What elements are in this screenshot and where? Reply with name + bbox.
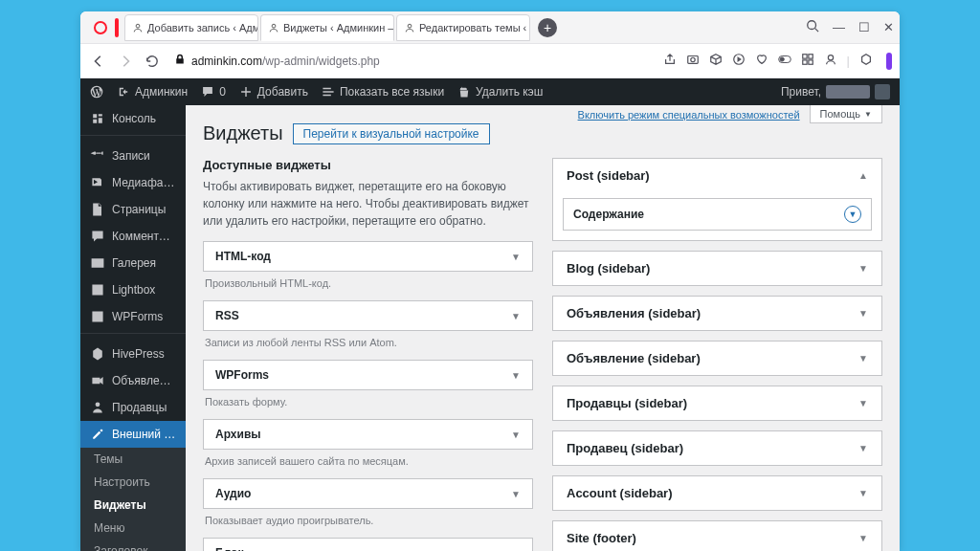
profile-link[interactable]: Привет,xxx	[781, 84, 890, 99]
back-icon[interactable]	[88, 51, 109, 72]
forward-icon[interactable]	[115, 51, 136, 72]
available-widget[interactable]: Блок▼	[203, 538, 533, 551]
search-icon[interactable]	[806, 19, 819, 35]
comments-link[interactable]: 0	[201, 85, 226, 99]
svg-rect-11	[802, 60, 806, 64]
submenu-item[interactable]: Меню	[80, 517, 186, 540]
svg-point-5	[690, 57, 694, 61]
widget-area: Account (sidebar)▼	[552, 475, 882, 511]
browser-tab[interactable]: Добавить запись ‹ Адми	[124, 14, 258, 41]
area-name: Объявление (sidebar)	[567, 351, 701, 365]
opera-icon[interactable]	[94, 21, 107, 34]
area-name: Объявления (sidebar)	[567, 306, 701, 320]
accessibility-link[interactable]: Включить режим специальных возможностей	[578, 109, 800, 121]
sidebar-item-label: Внешний вид	[112, 428, 176, 441]
widget-area-header[interactable]: Site (footer)▼	[553, 521, 881, 551]
widget-area: Post (sidebar)▲Содержание▼	[552, 158, 882, 241]
sidebar-item-gallery[interactable]: Галерея	[80, 250, 186, 276]
widget-area: Объявление (sidebar)▼	[552, 341, 882, 376]
widget-name: HTML-код	[215, 250, 271, 263]
submenu-item[interactable]: Виджеты	[80, 494, 186, 517]
available-widget[interactable]: HTML-код▼	[203, 241, 533, 272]
widget-area-header[interactable]: Продавцы (sidebar)▼	[553, 386, 881, 420]
widget-area: Site (footer)▼	[552, 520, 882, 551]
browser-window: Добавить запись ‹ Адми Виджеты ‹ Админки…	[80, 11, 900, 551]
reload-icon[interactable]	[142, 51, 163, 72]
sidebar-toggle[interactable]	[115, 18, 119, 37]
chevron-down-icon: ▼	[511, 252, 521, 262]
widget-area-header[interactable]: Blog (sidebar)▼	[553, 252, 881, 285]
sidebar-item-lightbox[interactable]: Lightbox	[80, 276, 186, 303]
person-icon	[269, 23, 278, 33]
sidebar-item-label: Медиафайлы	[112, 176, 176, 189]
widget-area-header[interactable]: Account (sidebar)▼	[553, 476, 881, 510]
close-icon[interactable]: ✕	[883, 20, 894, 34]
help-tab[interactable]: Помощь▼	[810, 105, 882, 123]
widget-name: Архивы	[215, 428, 261, 441]
widget-areas-column: Post (sidebar)▲Содержание▼Blog (sidebar)…	[552, 158, 882, 551]
available-widget[interactable]: RSS▼	[203, 300, 533, 331]
content-area: Включить режим специальных возможностей …	[186, 105, 900, 551]
cache-link[interactable]: Удалить кэш	[457, 85, 543, 99]
placed-widget[interactable]: Содержание▼	[563, 198, 872, 231]
submenu-item[interactable]: Заголовок	[80, 540, 186, 551]
share-icon[interactable]	[663, 53, 677, 69]
available-widget[interactable]: WPForms▼	[203, 360, 533, 390]
sidebar-item-page[interactable]: Страницы	[80, 196, 186, 223]
sidebar-item-ads[interactable]: Объявления	[80, 367, 186, 394]
url-field[interactable]: adminkin.com/wp-admin/widgets.php	[168, 49, 657, 74]
minimize-icon[interactable]: —	[833, 20, 845, 34]
submenu-item[interactable]: Настроить	[80, 471, 186, 494]
sidebar-item-media[interactable]: Медиафайлы	[80, 169, 186, 196]
widget-area-header[interactable]: Объявления (sidebar)▼	[553, 297, 881, 330]
widget-name: Блок	[215, 546, 243, 551]
browser-tab-active[interactable]: Виджеты ‹ Админкин —	[260, 14, 394, 41]
new-tab-button[interactable]: +	[538, 18, 557, 37]
toolbar-right: |	[663, 53, 892, 70]
widget-desc: Записи из любой ленты RSS или Atom.	[203, 335, 533, 360]
widget-area-header[interactable]: Объявление (sidebar)▼	[553, 342, 881, 375]
sidebar-item-appearance[interactable]: Внешний вид	[80, 421, 186, 448]
widget-area-header[interactable]: Продавец (sidebar)▼	[553, 431, 881, 465]
visual-setup-button[interactable]: Перейти к визуальной настройке	[293, 123, 490, 144]
wp-logo[interactable]	[90, 85, 103, 99]
sidebar-item-hive[interactable]: HivePress	[80, 341, 186, 367]
maximize-icon[interactable]: ☐	[858, 20, 870, 34]
widget-area-header[interactable]: Post (sidebar)▲	[553, 159, 881, 192]
area-name: Blog (sidebar)	[567, 261, 650, 276]
sidebar-item-user[interactable]: Продавцы	[80, 394, 186, 421]
heart-icon[interactable]	[755, 53, 768, 69]
profile-icon[interactable]	[824, 53, 837, 69]
chevron-down-icon: ▼	[511, 311, 521, 321]
camera-icon[interactable]	[686, 53, 700, 69]
svg-point-8	[780, 57, 784, 61]
toggle-icon[interactable]	[778, 53, 791, 69]
add-new-link[interactable]: Добавить	[239, 85, 308, 99]
section-title: Доступные виджеты	[203, 158, 533, 172]
languages-link[interactable]: Показать все языки	[322, 85, 444, 99]
site-link[interactable]: Админкин	[117, 85, 188, 99]
sidebar-item-dashboard[interactable]: Консоль	[80, 105, 186, 132]
url-host: adminkin.com	[191, 55, 262, 68]
sidebar-item-label: WPForms	[112, 310, 163, 323]
chevron-down-icon[interactable]: ▼	[844, 206, 861, 223]
submenu-item[interactable]: Темы	[80, 448, 186, 471]
cube-icon[interactable]	[709, 53, 723, 69]
available-widget[interactable]: Архивы▼	[203, 419, 533, 450]
sidebar-item-label: Продавцы	[112, 401, 167, 414]
grid-icon[interactable]	[801, 53, 814, 69]
sidebar-item-pin[interactable]: Записи	[80, 143, 186, 169]
lock-icon	[174, 54, 186, 68]
sidebar-item-wpforms[interactable]: WPForms	[80, 303, 186, 330]
svg-rect-12	[808, 60, 812, 64]
easy-setup-icon[interactable]	[886, 53, 892, 70]
browser-tab[interactable]: Редактировать темы ‹ А	[396, 14, 530, 41]
svg-point-3	[808, 21, 816, 30]
available-widget[interactable]: Аудио▼	[203, 478, 533, 509]
svg-point-1	[272, 24, 276, 28]
svg-rect-10	[808, 55, 812, 58]
play-icon[interactable]	[732, 53, 746, 69]
extensions-icon[interactable]	[859, 53, 873, 69]
sidebar-item-comment[interactable]: Комментарии	[80, 223, 186, 250]
chevron-down-icon: ▼	[858, 353, 868, 364]
